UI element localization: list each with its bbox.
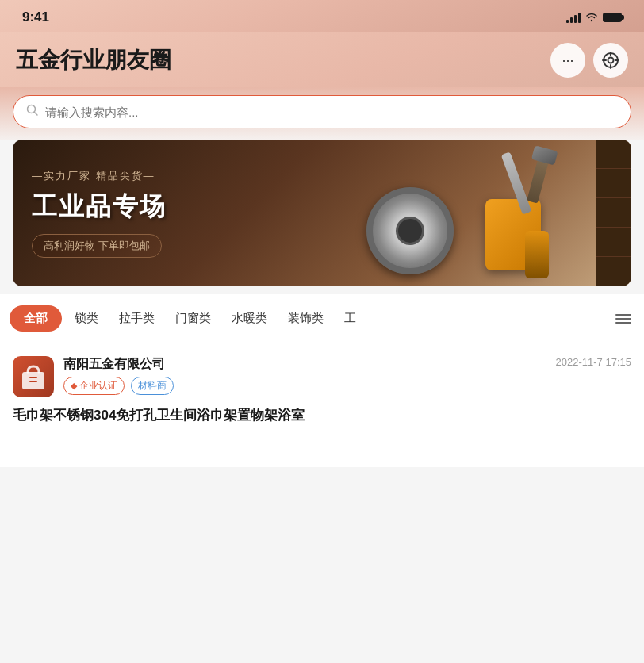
tab-locks[interactable]: 锁类: [67, 306, 106, 331]
status-time: 9:41: [22, 10, 49, 25]
page-title: 五金行业朋友圈: [16, 45, 171, 75]
svg-line-8: [35, 113, 38, 116]
post-time: 2022-11-7 17:15: [556, 356, 631, 368]
promotional-banner[interactable]: —实力厂家 精品尖货— 工业品专场 高利润好物 下单即包邮: [13, 140, 631, 286]
bottom-spacer: [0, 435, 644, 467]
post-meta: 南阳五金有限公司 ◆ 企业认证 材料商: [63, 356, 546, 395]
menu-line-1: [615, 314, 631, 316]
scan-icon: [602, 52, 619, 69]
category-menu-button[interactable]: [612, 311, 634, 327]
avatar: [13, 356, 54, 397]
app-header: 五金行业朋友圈 ···: [0, 32, 644, 87]
search-container: [0, 87, 644, 140]
menu-line-3: [615, 322, 631, 324]
company-logo-icon: [19, 362, 48, 391]
post-badges: ◆ 企业认证 材料商: [63, 377, 546, 395]
tab-plumbing[interactable]: 水暖类: [224, 306, 275, 331]
signal-icon: [566, 12, 581, 23]
tab-decoration[interactable]: 装饰类: [280, 306, 332, 331]
scan-button[interactable]: [593, 43, 628, 78]
status-bar: 9:41: [0, 0, 644, 32]
header-actions: ···: [550, 43, 628, 78]
more-button[interactable]: ···: [550, 43, 585, 78]
tab-all[interactable]: 全部: [10, 305, 62, 332]
cert-label: 企业认证: [79, 379, 117, 393]
post-item: 南阳五金有限公司 ◆ 企业认证 材料商 2022-11-7 17:15 毛巾架不…: [0, 343, 644, 435]
banner-title: 工业品专场: [32, 190, 612, 224]
category-tabs: 全部 锁类 拉手类 门窗类 水暖类 装饰类 工: [0, 294, 644, 343]
search-input[interactable]: [45, 105, 618, 119]
svg-point-2: [608, 58, 614, 63]
menu-line-2: [615, 318, 631, 320]
supplier-label: 材料商: [138, 380, 167, 391]
status-icons: [566, 11, 622, 25]
banner-tag: 高利润好物 下单即包邮: [32, 234, 162, 258]
post-header: 南阳五金有限公司 ◆ 企业认证 材料商 2022-11-7 17:15: [13, 356, 631, 397]
supplier-badge: 材料商: [131, 377, 174, 395]
company-name: 南阳五金有限公司: [63, 356, 546, 373]
svg-point-0: [591, 19, 592, 21]
banner-subtitle: —实力厂家 精品尖货—: [32, 169, 612, 183]
battery-icon: [603, 13, 622, 22]
more-icon: ···: [562, 52, 573, 69]
tab-handles[interactable]: 拉手类: [111, 306, 163, 331]
post-title[interactable]: 毛巾架不锈钢304免打孔卫生间浴巾架置物架浴室: [13, 405, 631, 426]
tab-windows[interactable]: 门窗类: [167, 306, 219, 331]
diamond-icon: ◆: [71, 381, 77, 391]
search-bar[interactable]: [13, 95, 631, 128]
cert-badge: ◆ 企业认证: [63, 377, 125, 395]
search-icon: [26, 104, 39, 120]
tab-more[interactable]: 工: [336, 306, 364, 331]
wifi-icon: [585, 11, 598, 25]
banner-content: —实力厂家 精品尖货— 工业品专场 高利润好物 下单即包邮: [13, 153, 631, 274]
